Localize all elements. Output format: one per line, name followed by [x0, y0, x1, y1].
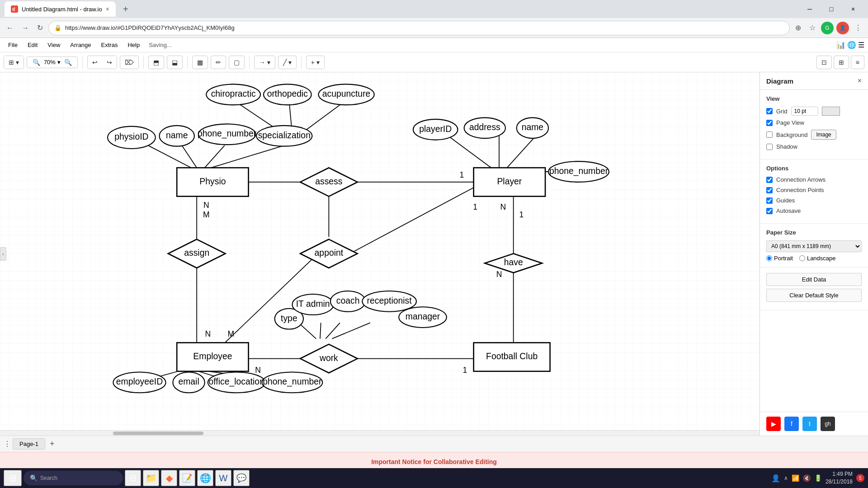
word-btn[interactable]: W	[215, 470, 231, 486]
svg-line-14	[145, 144, 191, 168]
zoom-in-btn[interactable]: 🔍	[62, 58, 74, 67]
conn-arrows-checkbox[interactable]	[766, 177, 773, 183]
page-options-btn[interactable]: ⋮	[4, 440, 11, 448]
zoom-out-btn[interactable]: 🔍	[31, 58, 42, 67]
svg-text:assess: assess	[315, 176, 342, 186]
view-group: ⊞ ▾	[4, 56, 24, 69]
undo-btn[interactable]: ↩	[88, 56, 102, 69]
options-title: Options	[766, 165, 862, 172]
grid-checkbox[interactable]	[766, 108, 773, 114]
refresh-btn[interactable]: ↻	[34, 22, 46, 34]
grammarly-btn[interactable]: G	[821, 22, 834, 34]
toolbar-right-1[interactable]: 📊	[836, 41, 845, 49]
back-btn[interactable]: ←	[4, 22, 16, 34]
menu-edit[interactable]: Edit	[23, 40, 42, 50]
start-btn[interactable]: ⊞	[4, 470, 22, 486]
delete-btn[interactable]: ⌦	[120, 56, 139, 69]
menu-view[interactable]: View	[43, 40, 65, 50]
conn-points-row: Connection Points	[766, 187, 862, 193]
autosave-checkbox[interactable]	[766, 208, 773, 214]
fit-page-btn[interactable]: ⊡	[816, 56, 832, 69]
svg-text:Player: Player	[497, 176, 522, 186]
chevron-btn[interactable]: ∧	[784, 475, 788, 481]
clear-style-btn[interactable]: Clear Default Style	[766, 289, 862, 302]
connector-btn[interactable]: → ▾	[254, 56, 275, 69]
task-view-btn[interactable]: ⊟	[125, 470, 141, 486]
bookmark-btn[interactable]: ☆	[807, 22, 818, 34]
notification-btn[interactable]: 5	[856, 474, 864, 482]
svg-text:1: 1	[462, 366, 467, 375]
toolbar-right-2[interactable]: 🌐	[847, 41, 856, 49]
toolbar-right-3[interactable]: ☰	[858, 41, 864, 49]
menu-extras[interactable]: Extras	[97, 40, 123, 50]
twitter-btn[interactable]: t	[802, 417, 817, 431]
fill-color-btn[interactable]: ▩	[192, 56, 208, 69]
svg-text:receptionist: receptionist	[367, 296, 412, 305]
youtube-btn[interactable]: ▶	[766, 417, 781, 431]
format-panel-btn[interactable]: ≡	[851, 56, 864, 69]
shadow-btn[interactable]: ▢	[229, 56, 245, 69]
menu-arrange[interactable]: Arrange	[66, 40, 95, 50]
shadow-checkbox[interactable]	[766, 144, 773, 150]
taskbar-search[interactable]: 🔍 Search	[24, 471, 123, 485]
conn-points-checkbox[interactable]	[766, 187, 773, 193]
github-btn[interactable]: gh	[821, 417, 835, 431]
zoom-level[interactable]: 70%	[44, 59, 56, 66]
new-tab-btn[interactable]: +	[119, 4, 132, 14]
avatar-btn[interactable]: 👤	[836, 22, 849, 34]
horizontal-scrollbar[interactable]	[0, 430, 760, 436]
notes-btn[interactable]: 📝	[179, 470, 195, 486]
minimize-btn[interactable]: ─	[799, 2, 820, 16]
svg-text:d: d	[12, 7, 15, 12]
address-text[interactable]: https://www.draw.io/#G1PDiRQOEiD7YhAYysc…	[65, 24, 784, 31]
background-image-btn[interactable]: Image	[811, 130, 836, 140]
translate-btn[interactable]: ⊕	[793, 22, 804, 34]
network-btn[interactable]: 👤	[771, 474, 780, 483]
history-group: ↩ ↪	[87, 56, 117, 69]
wifi-icon[interactable]: 📶	[792, 474, 799, 482]
waypoint-btn[interactable]: ╱ ▾	[278, 56, 297, 69]
file-explorer-btn[interactable]: 📁	[143, 470, 159, 486]
menu-help[interactable]: Help	[123, 40, 144, 50]
portrait-radio[interactable]	[766, 255, 772, 261]
sublime-btn[interactable]: ◆	[161, 470, 177, 486]
add-btn[interactable]: + ▾	[306, 56, 325, 69]
volume-icon[interactable]: 🔇	[803, 474, 811, 482]
talk-btn[interactable]: 💬	[233, 470, 250, 486]
svg-text:specialization: specialization	[258, 130, 311, 140]
facebook-btn[interactable]: f	[784, 417, 799, 431]
close-btn[interactable]: ×	[843, 2, 863, 16]
sidebar-close-btn[interactable]: ×	[858, 77, 862, 85]
paste-style-btn[interactable]: ⬓	[167, 56, 183, 69]
sep2	[143, 56, 144, 69]
tab-close-btn[interactable]: ×	[106, 5, 109, 13]
scrollbar-thumb[interactable]	[113, 432, 203, 435]
grid-color-swatch[interactable]	[822, 107, 840, 116]
chrome-btn[interactable]: 🌐	[197, 470, 213, 486]
grid-value-input[interactable]	[791, 107, 818, 116]
landscape-radio[interactable]	[799, 255, 805, 261]
background-checkbox[interactable]	[766, 131, 773, 138]
actual-size-btn[interactable]: ⊞	[834, 56, 849, 69]
page-view-checkbox[interactable]	[766, 120, 773, 126]
forward-btn[interactable]: →	[19, 22, 32, 34]
canvas[interactable]: .er-rect { fill: white; stroke: black; s…	[0, 72, 760, 436]
svg-line-30	[320, 323, 321, 338]
redo-btn[interactable]: ↪	[102, 56, 117, 69]
edit-data-btn[interactable]: Edit Data	[766, 273, 862, 286]
lock-icon: 🔒	[54, 24, 61, 31]
page-tab-1[interactable]: Page-1	[13, 438, 45, 450]
line-color-btn[interactable]: ✏	[211, 56, 226, 69]
svg-text:phone_number: phone_number	[263, 377, 322, 387]
guides-checkbox[interactable]	[766, 197, 773, 204]
maximize-btn[interactable]: □	[821, 2, 842, 16]
view-toggle-btn[interactable]: ⊞ ▾	[4, 56, 24, 69]
sidebar-toggle[interactable]: ‹	[0, 247, 6, 261]
paper-size-select[interactable]: A0 (841 mm x 1189 mm)	[766, 240, 862, 252]
add-page-btn[interactable]: +	[47, 438, 57, 450]
shadow-row: Shadow	[766, 143, 862, 150]
copy-style-btn[interactable]: ⬒	[148, 56, 164, 69]
battery-icon[interactable]: 🔋	[814, 474, 822, 482]
menu-file[interactable]: File	[4, 40, 22, 50]
menu-btn[interactable]: ⋮	[852, 22, 864, 34]
